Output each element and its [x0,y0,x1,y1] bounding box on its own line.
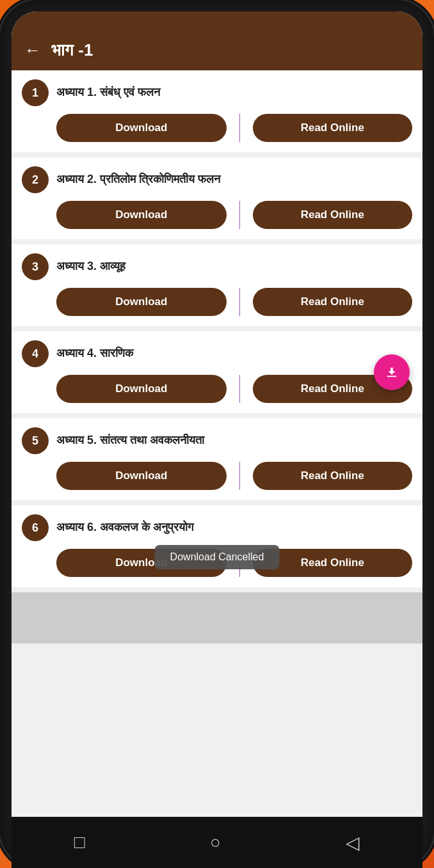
phone-device: ← भाग -1 1 अध्याय 1. संबंध् एवं फलन Down… [0,0,434,868]
chapter-title-5: अध्याय 5. सांतत्य तथा अवकलनीयता [56,433,204,448]
nav-home-icon[interactable]: ○ [210,832,221,853]
chapter-buttons-1: Download Read Online [22,114,412,142]
toast-message: Download Cancelled [155,545,280,569]
svg-rect-0 [387,376,397,377]
download-button-5[interactable]: Download [56,462,227,490]
chapter-title-6: अध्याय 6. अवकलज के अनुप्रयोग [56,520,193,535]
chapter-buttons-2: Download Read Online [22,201,412,229]
chapter-title-4: अध्याय 4. सारणिक [56,346,133,361]
fab-download-button[interactable] [374,354,410,390]
chapter-title-1: अध्याय 1. संबंध् एवं फलन [56,85,160,100]
read-online-button-2[interactable]: Read Online [253,201,413,229]
chapter-title-row-3: 3 अध्याय 3. आव्यूह [22,253,412,280]
divider-1 [239,114,240,142]
empty-area [12,592,422,643]
chapter-card-3: 3 अध्याय 3. आव्यूह Download Read Online [12,244,422,326]
chapter-title-row-4: 4 अध्याय 4. सारणिक [22,340,412,367]
download-button-2[interactable]: Download [56,201,227,229]
chapter-number-3: 3 [22,253,49,280]
chapter-buttons-6: Download Read Online Download Cancelled [22,549,412,577]
chapter-buttons-4: Download Read Online [22,375,412,403]
download-button-4[interactable]: Download [56,375,227,403]
chapter-title-row-2: 2 अध्याय 2. प्रतिलोम त्रिकोणिमतीय फलन [22,166,412,193]
chapter-card-1: 1 अध्याय 1. संबंध् एवं फलन Download Read… [12,70,422,152]
nav-recents-icon[interactable]: □ [74,832,85,853]
chapter-title-row-5: 5 अध्याय 5. सांतत्य तथा अवकलनीयता [22,427,412,454]
chapter-card-4: 4 अध्याय 4. सारणिक Download Read Online [12,331,422,413]
read-online-button-1[interactable]: Read Online [253,114,413,142]
toolbar: ← भाग -1 [12,29,422,70]
divider-4 [239,375,240,403]
chapter-card-5: 5 अध्याय 5. सांतत्य तथा अवकलनीयता Downlo… [12,418,422,500]
chapter-number-2: 2 [22,166,49,193]
nav-back-icon[interactable]: ◁ [346,832,360,853]
download-button-1[interactable]: Download [56,114,227,142]
divider-2 [239,201,240,229]
back-button[interactable]: ← [24,40,41,60]
status-bar [12,12,422,29]
divider-5 [239,462,240,490]
chapter-number-5: 5 [22,427,49,454]
chapter-title-row-1: 1 अध्याय 1. संबंध् एवं फलन [22,79,412,106]
chapter-number-6: 6 [22,514,49,541]
read-online-button-3[interactable]: Read Online [253,288,413,316]
chapter-card-2: 2 अध्याय 2. प्रतिलोम त्रिकोणिमतीय फलन Do… [12,157,422,239]
read-online-button-5[interactable]: Read Online [253,462,413,490]
chapter-title-2: अध्याय 2. प्रतिलोम त्रिकोणिमतीय फलन [56,172,220,187]
chapter-buttons-3: Download Read Online [22,288,412,316]
content-area: 1 अध्याय 1. संबंध् एवं फलन Download Read… [12,70,422,817]
chapter-title-3: अध्याय 3. आव्यूह [56,259,125,274]
download-button-3[interactable]: Download [56,288,227,316]
chapter-number-1: 1 [22,79,49,106]
chapter-buttons-5: Download Read Online [22,462,412,490]
bottom-navigation: □ ○ ◁ [12,817,422,868]
chapter-card-6: 6 अध्याय 6. अवकलज के अनुप्रयोग Download … [12,505,422,587]
chapter-number-4: 4 [22,340,49,367]
page-title: भाग -1 [51,40,93,60]
chapter-title-row-6: 6 अध्याय 6. अवकलज के अनुप्रयोग [22,514,412,541]
phone-screen: ← भाग -1 1 अध्याय 1. संबंध् एवं फलन Down… [12,12,422,868]
divider-3 [239,288,240,316]
download-fab-icon [385,365,399,379]
